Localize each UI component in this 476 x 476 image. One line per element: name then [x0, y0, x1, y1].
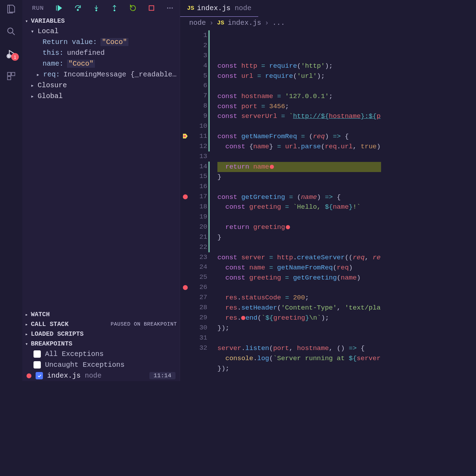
- gutter-breakpoint[interactable]: [180, 232, 191, 242]
- code-line[interactable]: const getNameFromReq = (req) => {: [217, 132, 381, 142]
- code-line[interactable]: const hostname = '127.0.0.1';: [217, 91, 381, 102]
- gutter-breakpoint[interactable]: [180, 181, 191, 192]
- code-line[interactable]: [217, 152, 381, 162]
- gutter-breakpoint[interactable]: [180, 242, 191, 252]
- checkbox-unchecked[interactable]: [34, 350, 41, 358]
- gutter-breakpoint[interactable]: [180, 81, 191, 91]
- watch-header[interactable]: ▸ WATCH: [22, 310, 180, 319]
- gutter-breakpoint[interactable]: [180, 91, 191, 101]
- gutter-breakpoint[interactable]: [180, 212, 191, 222]
- restart-icon[interactable]: [129, 4, 137, 12]
- var-name[interactable]: name: "Coco": [22, 58, 180, 69]
- code-line[interactable]: const http = require('http');: [217, 61, 381, 71]
- code-line[interactable]: const serverUrl = `http://${hostname}:${…: [217, 111, 381, 121]
- code-line[interactable]: }: [217, 172, 381, 182]
- gutter-breakpoint[interactable]: [180, 131, 191, 141]
- gutter-breakpoint[interactable]: [180, 202, 191, 212]
- code-line[interactable]: const port = 3456;: [217, 102, 381, 112]
- debug-icon[interactable]: 1: [6, 48, 17, 59]
- gutter-breakpoint[interactable]: [180, 40, 191, 51]
- code-line[interactable]: res.setHeader('Content-Type', 'text/pla: [217, 303, 381, 313]
- checkbox-checked[interactable]: [36, 372, 43, 379]
- gutter-breakpoint[interactable]: [180, 30, 191, 40]
- continue-icon[interactable]: [55, 4, 63, 12]
- svg-rect-8: [149, 6, 154, 10]
- breakpoints-header[interactable]: ▾ BREAKPOINTS: [22, 339, 180, 349]
- loaded-header[interactable]: ▸ LOADED SCRIPTS: [22, 329, 180, 339]
- gutter-breakpoint[interactable]: [180, 252, 191, 262]
- gutter-breakpoint[interactable]: [180, 192, 191, 202]
- gutter-breakpoint[interactable]: [180, 333, 191, 343]
- bp-uncaught-exceptions[interactable]: Uncaught Exceptions: [22, 359, 180, 370]
- var-this[interactable]: this: undefined: [22, 47, 180, 58]
- gutter-breakpoint[interactable]: [180, 262, 191, 272]
- code-line[interactable]: });: [217, 323, 381, 333]
- code-line[interactable]: const server = http.createServer((req, r…: [217, 253, 381, 263]
- code-line[interactable]: const greeting = getGreeting(name): [217, 273, 381, 283]
- code-line[interactable]: }: [217, 232, 381, 243]
- gutter-breakpoint[interactable]: [180, 162, 191, 172]
- code-line[interactable]: return name: [217, 162, 381, 172]
- checkbox-unchecked[interactable]: [34, 361, 41, 369]
- code-line[interactable]: });: [217, 364, 381, 374]
- extensions-icon[interactable]: [6, 70, 17, 82]
- code-line[interactable]: const greeting = `Hello, ${name}!`: [217, 202, 381, 212]
- gutter-breakpoint[interactable]: [180, 111, 191, 121]
- gutter-breakpoint[interactable]: [180, 61, 191, 71]
- code-line[interactable]: const getGreeting = (name) => {: [217, 192, 381, 202]
- var-return[interactable]: Return value: "Coco": [22, 37, 180, 47]
- gutter-breakpoint[interactable]: [180, 313, 191, 323]
- scope-closure[interactable]: ▸ Closure: [22, 80, 180, 91]
- code-line[interactable]: res.end(`${greeting}\n`);: [217, 313, 381, 323]
- code-editor[interactable]: 1234567891011121314151617181920212223242…: [180, 29, 381, 381]
- callstack-header[interactable]: ▸ CALL STACK PAUSED ON BREAKPOINT: [22, 319, 180, 329]
- gutter-breakpoint[interactable]: [180, 171, 191, 181]
- gutter-breakpoint[interactable]: [180, 282, 191, 292]
- bp-file-row[interactable]: index.js node 11:14: [22, 370, 180, 381]
- code-line[interactable]: console.log(`Server running at ${server: [217, 354, 381, 364]
- code-line[interactable]: [217, 81, 381, 91]
- search-icon[interactable]: [6, 26, 17, 37]
- code-line[interactable]: [217, 283, 381, 293]
- bp-all-exceptions[interactable]: All Exceptions: [22, 349, 180, 359]
- scope-local[interactable]: ▾ Local: [22, 26, 180, 37]
- step-into-icon[interactable]: [93, 4, 100, 12]
- code-line[interactable]: return greeting: [217, 222, 381, 232]
- code-line[interactable]: res.statusCode = 200;: [217, 293, 381, 303]
- code-line[interactable]: [217, 243, 381, 253]
- var-req[interactable]: ▸ req: IncomingMessage {_readableSta…: [22, 69, 180, 80]
- breadcrumb[interactable]: node › JS index.js › ...: [180, 17, 381, 29]
- line-number: 16: [191, 181, 207, 192]
- chevron-right-icon: ▸: [31, 93, 34, 100]
- gutter-breakpoint[interactable]: [180, 343, 191, 353]
- step-over-icon[interactable]: [74, 4, 82, 12]
- gutter-breakpoint[interactable]: [180, 51, 191, 61]
- files-icon[interactable]: [6, 3, 17, 15]
- more-icon[interactable]: [166, 4, 174, 12]
- svg-point-6: [96, 10, 97, 11]
- gutter-breakpoint[interactable]: [180, 151, 191, 162]
- code-line[interactable]: [217, 182, 381, 192]
- gutter-breakpoint[interactable]: [180, 303, 191, 313]
- variables-header[interactable]: ▾ VARIABLES: [22, 16, 180, 26]
- code-line[interactable]: server.listen(port, hostname, () => {: [217, 343, 381, 354]
- code-line[interactable]: const name = getNameFromReq(req): [217, 263, 381, 273]
- gutter-breakpoint[interactable]: [180, 141, 191, 151]
- gutter-breakpoint[interactable]: [180, 292, 191, 303]
- editor-tab[interactable]: JS index.js node: [180, 0, 258, 17]
- gutter-breakpoint[interactable]: [180, 272, 191, 282]
- gutter-breakpoint[interactable]: [180, 101, 191, 111]
- scope-global[interactable]: ▸ Global: [22, 91, 180, 102]
- gutter-breakpoint[interactable]: [180, 121, 191, 131]
- code-line[interactable]: const url = require('url');: [217, 71, 381, 81]
- code-line[interactable]: [217, 121, 381, 132]
- stop-icon[interactable]: [148, 5, 155, 12]
- code-line[interactable]: [217, 333, 381, 343]
- gutter-breakpoint[interactable]: [180, 222, 191, 232]
- gutter-breakpoint[interactable]: [180, 323, 191, 333]
- gutter-breakpoint[interactable]: [180, 71, 191, 81]
- code-line[interactable]: [217, 374, 381, 381]
- code-line[interactable]: [217, 212, 381, 222]
- code-line[interactable]: const {name} = url.parse(req.url, true): [217, 142, 381, 152]
- step-out-icon[interactable]: [111, 4, 118, 12]
